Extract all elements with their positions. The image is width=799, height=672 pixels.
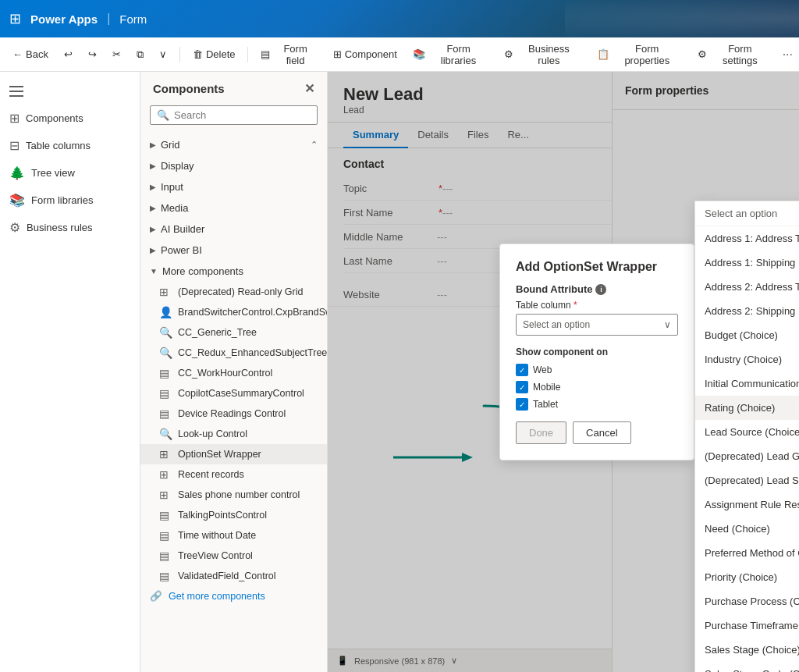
group-display[interactable]: ▶ Display [140, 155, 327, 176]
checkbox-web[interactable]: ✓ Web [516, 364, 678, 376]
panel-header: Components ✕ [140, 72, 327, 105]
group-grid[interactable]: ▶ Grid ⌃ [140, 134, 327, 155]
web-checkbox[interactable]: ✓ [516, 364, 528, 376]
comp-item-deprecated-grid[interactable]: ⊞ (Deprecated) Read-only Grid [140, 282, 327, 302]
delete-button[interactable]: 🗑 Delete [186, 45, 242, 63]
form-properties-button[interactable]: 📋 Form properties [591, 40, 688, 69]
component-icon: ⊞ [333, 48, 342, 60]
comp-item-recent-records[interactable]: ⊞ Recent records [140, 464, 327, 485]
cut-button[interactable]: ✂ [106, 45, 127, 63]
checkbox-tablet[interactable]: ✓ Tablet [516, 398, 678, 411]
left-nav: ⊞ Components ⊟ Table columns 🌲 Tree view… [0, 72, 140, 672]
comp-item-cc-generic-tree[interactable]: 🔍 CC_Generic_Tree [140, 322, 327, 343]
table-column-select[interactable]: Select an option ∨ [516, 314, 678, 336]
copy-button[interactable]: ⧉ [130, 45, 150, 64]
chevron-icon: ∨ [159, 48, 167, 60]
rules-icon: ⚙ [504, 48, 513, 60]
comp-item-validated-field[interactable]: ▤ ValidatedField_Control [140, 566, 327, 586]
components-list: ▶ Grid ⌃ ▶ Display ▶ Input ▶ Media ▶ [140, 131, 327, 672]
comp-item-optionset-wrapper[interactable]: ⊞ OptionSet Wrapper [140, 444, 327, 464]
get-more-components[interactable]: 🔗 Get more components [140, 586, 327, 606]
dropdown-item-10[interactable]: (Deprecated) Lead Score Trend (Choice) [695, 468, 799, 492]
comp-item-cc-redux[interactable]: 🔍 CC_Redux_EnhancedSubjectTreeVie... [140, 343, 327, 363]
top-bar-separator: | [107, 12, 110, 26]
business-rules-button[interactable]: ⚙ Business rules [498, 40, 587, 69]
group-ai-builder[interactable]: ▶ AI Builder [140, 219, 327, 240]
toolbar-sep-2 [247, 47, 248, 62]
dropdown-item-16[interactable]: Purchase Timeframe (Choice) [695, 613, 799, 638]
dropdown-item-0[interactable]: Address 1: Address Type (Choice) [695, 226, 799, 251]
copy-icon: ⧉ [137, 48, 144, 61]
dropdown-item-14[interactable]: Priority (Choice) [695, 565, 799, 589]
back-button[interactable]: ← Back [6, 45, 55, 63]
sidebar-item-tree-view[interactable]: 🌲 Tree view [0, 159, 140, 187]
comp-item-copilot[interactable]: ▤ CopilotCaseSummaryControl [140, 383, 327, 404]
panel-close-button[interactable]: ✕ [304, 81, 314, 96]
lookup-icon: 🔍 [159, 428, 172, 440]
done-button[interactable]: Done [516, 421, 566, 444]
dropdown-item-4[interactable]: Budget (Choice) [695, 323, 799, 347]
component-button[interactable]: ⊞ Component [327, 45, 403, 63]
add-optionset-modal: Add OptionSet Wrapper Bound Attribute i … [499, 244, 694, 460]
redo-button[interactable]: ↪ [82, 45, 103, 63]
chevron-right-icon-2: ▶ [150, 162, 156, 170]
sidebar-item-components[interactable]: ⊞ Components [0, 105, 140, 132]
form-settings-button[interactable]: ⚙ Form settings [691, 40, 776, 69]
group-media[interactable]: ▶ Media [140, 197, 327, 219]
redux-icon: 🔍 [159, 347, 172, 359]
dropdown-item-18[interactable]: Sales Stage Code (Choice) [695, 662, 799, 672]
comp-item-time-without-date[interactable]: ▤ Time without Date [140, 525, 327, 546]
sidebar-item-business-rules[interactable]: ⚙ Business rules [0, 214, 140, 241]
dropdown-item-5[interactable]: Industry (Choice) [695, 347, 799, 372]
dropdown-item-11[interactable]: Assignment Rule Result (Choice) [695, 492, 799, 517]
dropdown-item-9[interactable]: (Deprecated) Lead Grade (Choice) [695, 444, 799, 468]
libraries-icon: 📚 [413, 48, 425, 60]
chevron-right-icon-6: ▶ [150, 246, 156, 254]
dropdown-item-8[interactable]: Lead Source (Choice) [695, 420, 799, 444]
dropdown-item-17[interactable]: Sales Stage (Choice) [695, 638, 799, 662]
search-input[interactable] [174, 109, 311, 121]
group-input[interactable]: ▶ Input [140, 176, 327, 197]
dropdown-item-7-rating[interactable]: Rating (Choice) [695, 396, 799, 420]
form-libraries-button[interactable]: 📚 Form libraries [407, 40, 495, 69]
tablet-checkbox[interactable]: ✓ [516, 398, 528, 411]
dropdown-item-15[interactable]: Purchase Process (Choice) [695, 589, 799, 613]
comp-item-lookup[interactable]: 🔍 Look-up Control [140, 424, 327, 444]
dropdown-item-13[interactable]: Preferred Method of Contact (Choice) [695, 541, 799, 565]
hamburger-menu[interactable] [0, 78, 140, 105]
comp-item-talking-points[interactable]: ▤ TalkingPointsControl [140, 505, 327, 525]
toolbar: ← Back ↩ ↪ ✂ ⧉ ∨ 🗑 Delete ▤ Form field ⊞… [0, 37, 799, 72]
cancel-button[interactable]: Cancel [573, 421, 630, 444]
undo-button[interactable]: ↩ [58, 45, 79, 63]
sidebar-item-form-libraries[interactable]: 📚 Form libraries [0, 187, 140, 214]
grid-icon: ⊞ [159, 286, 172, 298]
cut-icon: ✂ [112, 48, 121, 60]
main-layout: ⊞ Components ⊟ Table columns 🌲 Tree view… [0, 72, 799, 672]
dropdown-item-6[interactable]: Initial Communication (Choice) [695, 372, 799, 396]
more-options-icon[interactable]: ··· [783, 48, 793, 62]
sidebar-item-table-columns[interactable]: ⊟ Table columns [0, 132, 140, 159]
dropdown-item-3[interactable]: Address 2: Shipping Method (Choice) [695, 299, 799, 323]
comp-item-workhour[interactable]: ▤ CC_WorkHourControl [140, 363, 327, 383]
dropdown-item-2[interactable]: Address 2: Address Type (Choice) [695, 275, 799, 299]
group-more-components[interactable]: ▼ More components [140, 261, 327, 282]
back-arrow-icon: ← [12, 48, 23, 60]
group-power-bi[interactable]: ▶ Power BI [140, 240, 327, 261]
form-name: Form [119, 12, 147, 26]
comp-item-sales-phone[interactable]: ⊞ Sales phone number control [140, 485, 327, 505]
phone-icon: ⊞ [159, 489, 172, 501]
checkbox-mobile[interactable]: ✓ Mobile [516, 381, 678, 393]
modal-footer: Done Cancel [516, 421, 678, 444]
dropdown-item-12[interactable]: Need (Choice) [695, 517, 799, 541]
info-icon[interactable]: i [595, 284, 606, 295]
more-button[interactable]: ∨ [153, 45, 173, 63]
components-panel: Components ✕ 🔍 ▶ Grid ⌃ ▶ Display ▶ Inpu… [140, 72, 328, 672]
comp-item-brand-switcher[interactable]: 👤 BrandSwitcherControl.CxpBrandSwi... [140, 302, 327, 322]
chevron-right-icon-3: ▶ [150, 183, 156, 191]
waffle-icon[interactable]: ⊞ [9, 10, 21, 27]
comp-item-treeview[interactable]: ▤ TreeView Control [140, 546, 327, 566]
comp-item-device-readings[interactable]: ▤ Device Readings Control [140, 404, 327, 424]
mobile-checkbox[interactable]: ✓ [516, 381, 528, 393]
form-field-button[interactable]: ▤ Form field [254, 40, 323, 69]
dropdown-item-1[interactable]: Address 1: Shipping Method (Choice) [695, 251, 799, 275]
